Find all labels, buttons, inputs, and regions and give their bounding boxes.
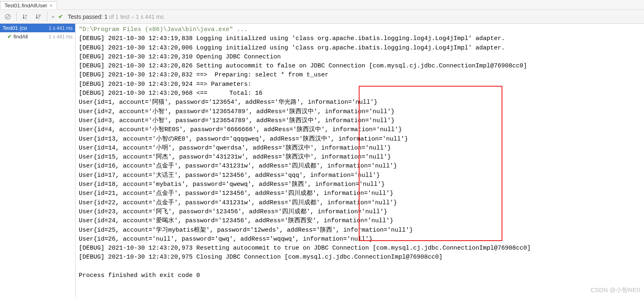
console-body: [DEBUG] 2021-10-30 12:43:19,838 Logging … [79,35,531,279]
tab-title: Test01.findAllUser [4,2,47,9]
svg-text:z: z [25,17,27,20]
test-tree: Test01 (co 1 s 441 ms ✔ findAll 1 s 441 … [0,24,76,297]
status-prefix: Tests passed: [68,13,103,20]
status-time: – 1 s 441 ms [131,13,164,20]
close-icon[interactable]: × [50,3,53,9]
status-count: 1 [104,13,108,20]
tree-child-label: findAll [13,33,28,40]
test-toolbar: az » ✔ Tests passed: 1 of 1 test – 1 s 4… [0,10,644,24]
tab-bar: Test01.findAllUser × [0,0,644,10]
status-of: of 1 test [109,13,129,20]
check-icon: ✔ [7,33,12,40]
stop-icon[interactable] [3,12,12,21]
divider [16,12,17,21]
check-icon: ✔ [58,13,63,20]
tree-child-time: 1 s 441 ms [49,34,73,40]
tree-child[interactable]: ✔ findAll 1 s 441 ms [0,32,75,41]
console-output[interactable]: "D:\Program Files (x86)\Java\bin\java.ex… [76,24,644,297]
tree-root-label: Test01 (co [2,25,27,31]
editor-tab[interactable]: Test01.findAllUser × [0,1,57,9]
main-panel: Test01 (co 1 s 441 ms ✔ findAll 1 s 441 … [0,24,644,297]
console-command: "D:\Program Files (x86)\Java\bin\java.ex… [79,26,248,33]
sort-icon[interactable] [34,12,43,21]
watermark: CSDN @小智RE0 [591,286,640,295]
svg-text:a: a [25,14,27,17]
tree-root-time: 1 s 441 ms [49,25,73,31]
tree-root[interactable]: Test01 (co 1 s 441 ms [0,24,75,32]
chevron-right-icon[interactable]: » [51,13,54,20]
svg-line-1 [6,15,9,18]
divider [47,12,47,21]
sort-alpha-icon[interactable]: az [21,12,30,21]
test-status: Tests passed: 1 of 1 test – 1 s 441 ms [68,13,164,20]
